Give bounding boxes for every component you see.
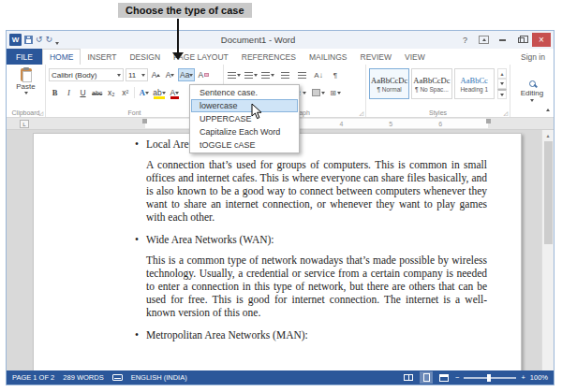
tab-insert[interactable]: INSERT <box>81 49 123 65</box>
tab-mailings[interactable]: MAILINGS <box>303 49 354 65</box>
document-area: • Local Area Networks (LAN): A connectio… <box>7 130 554 370</box>
clear-formatting-button[interactable]: A <box>197 68 210 81</box>
menu-item-uppercase[interactable]: UPPERCASE <box>191 112 298 125</box>
collapse-ribbon-icon[interactable] <box>546 98 550 115</box>
redo-icon[interactable]: ↻ <box>46 36 53 44</box>
bullet-icon: • <box>135 138 146 151</box>
list-item: • Local Area Networks (LAN): <box>135 138 487 151</box>
tab-selector[interactable]: L <box>20 120 29 128</box>
print-layout-button[interactable] <box>420 371 433 384</box>
help-icon[interactable]: ? <box>457 33 473 47</box>
paragraph-dialog-launcher-icon[interactable]: ◿ <box>359 110 363 116</box>
document-page[interactable]: • Local Area Networks (LAN): A connectio… <box>33 133 522 370</box>
doc-paragraph-lan[interactable]: A connection that’s used for groups of c… <box>146 158 487 224</box>
show-formatting-marks-button[interactable]: ¶ <box>328 68 343 81</box>
paste-label: Paste <box>16 82 35 91</box>
screenshot-root: W ↺ ↻ Document1 - Word ? × FILE HOME INS… <box>0 0 562 392</box>
ribbon-display-options-icon[interactable] <box>476 33 492 47</box>
decrease-indent-button[interactable] <box>277 68 292 81</box>
zoom-out-button[interactable]: − <box>455 373 459 382</box>
styles-group: AaBbCcDc ¶ Normal AaBbCcDc ¶ No Spac... … <box>366 65 510 117</box>
menu-item-lowercase[interactable]: lowercase <box>191 99 298 112</box>
customize-quick-access-icon[interactable] <box>55 32 59 49</box>
doc-heading-wan[interactable]: Wide Area Networks (WAN): <box>146 233 274 246</box>
scrollbar-thumb[interactable] <box>544 141 553 244</box>
tab-home[interactable]: HOME <box>42 49 81 65</box>
language-indicator[interactable]: ENGLISH (INDIA) <box>131 373 187 382</box>
text-highlight-button[interactable]: ab <box>152 86 166 99</box>
shading-button[interactable] <box>311 86 326 99</box>
tab-design[interactable]: DESIGN <box>123 49 167 65</box>
doc-paragraph-wan[interactable]: This is a common type of network nowaday… <box>146 254 487 319</box>
sort-button[interactable]: A↓ <box>311 68 326 81</box>
undo-icon[interactable]: ↺ <box>36 36 43 44</box>
font-name-select[interactable]: Calibri (Body) <box>49 68 124 81</box>
zoom-level[interactable]: 100% <box>530 373 548 382</box>
font-name-value: Calibri (Body) <box>52 71 96 80</box>
word-count[interactable]: 289 WORDS <box>63 373 103 382</box>
bullet-icon: • <box>135 233 146 246</box>
vertical-scrollbar[interactable]: ▴ <box>541 130 554 370</box>
save-icon[interactable] <box>24 36 33 44</box>
subscript-button[interactable]: x₂ <box>105 86 117 99</box>
tab-review[interactable]: REVIEW <box>354 49 399 65</box>
grow-font-button[interactable]: A <box>150 68 162 81</box>
minimize-button[interactable] <box>495 33 510 47</box>
keyboard-icon[interactable] <box>112 374 123 381</box>
font-size-select[interactable]: 11 <box>126 68 148 81</box>
eraser-icon <box>204 73 209 77</box>
italic-button[interactable]: I <box>63 86 75 99</box>
styles-group-label: Styles <box>366 109 510 116</box>
bold-button[interactable]: B <box>49 86 61 99</box>
tab-file[interactable]: FILE <box>7 49 42 65</box>
underline-button[interactable]: U <box>77 86 89 99</box>
paste-icon <box>21 68 32 81</box>
word-window: W ↺ ↻ Document1 - Word ? × FILE HOME INS… <box>6 30 555 385</box>
paste-button[interactable]: Paste <box>9 68 42 94</box>
page-indicator[interactable]: PAGE 1 OF 2 <box>12 373 54 382</box>
scroll-up-icon[interactable]: ▴ <box>542 130 554 138</box>
clipboard-dialog-launcher-icon[interactable]: ◿ <box>38 110 43 116</box>
list-item: • Wide Area Networks (WAN): <box>135 233 487 246</box>
styles-scroll-down-icon[interactable] <box>497 79 507 89</box>
shrink-font-button[interactable]: A <box>164 68 176 81</box>
read-mode-button[interactable] <box>402 371 415 384</box>
increase-indent-icon <box>298 72 306 79</box>
bullet-list-button[interactable] <box>227 68 242 81</box>
restore-button[interactable] <box>513 33 529 47</box>
list-item: • Metropolitan Area Networks (MAN): <box>135 328 487 341</box>
superscript-button[interactable]: x² <box>119 86 131 99</box>
zoom-slider[interactable] <box>464 377 516 379</box>
font-color-button[interactable]: A <box>169 86 181 99</box>
tab-references[interactable]: REFERENCES <box>235 49 303 65</box>
menu-item-capitalize-each-word[interactable]: Capitalize Each Word <box>191 125 298 138</box>
tab-view[interactable]: VIEW <box>398 49 432 65</box>
status-bar: PAGE 1 OF 2 289 WORDS ENGLISH (INDIA) − … <box>7 370 554 385</box>
style-heading-1[interactable]: AaBbCc Heading 1 <box>454 68 495 99</box>
change-case-button[interactable]: Aa <box>178 68 195 81</box>
sign-in-button[interactable]: Sign in <box>521 52 554 62</box>
close-button[interactable]: × <box>532 33 551 47</box>
doc-heading-man[interactable]: Metropolitan Area Networks (MAN): <box>146 328 308 341</box>
menu-item-sentence-case[interactable]: Sentence case. <box>191 86 298 99</box>
strikethrough-button[interactable]: abc <box>91 86 103 99</box>
callout-arrow-line <box>177 19 179 52</box>
web-layout-button[interactable] <box>437 371 451 384</box>
numbered-list-icon <box>244 72 253 79</box>
styles-more-icon[interactable] <box>497 89 507 99</box>
style-normal[interactable]: AaBbCcDc ¶ Normal <box>369 68 409 99</box>
styles-dialog-launcher-icon[interactable]: ◿ <box>503 110 508 116</box>
title-bar: W ↺ ↻ Document1 - Word ? × <box>7 31 554 49</box>
callout-arrowhead-icon <box>172 52 184 60</box>
increase-indent-button[interactable] <box>294 68 309 81</box>
style-no-spacing[interactable]: AaBbCcDc ¶ No Spac... <box>411 68 451 99</box>
styles-scroll-up-icon[interactable]: ▴ <box>497 68 507 79</box>
menu-item-toggle-case[interactable]: tOGGLE cASE <box>191 138 298 152</box>
borders-button[interactable]: ⊞ <box>328 86 343 99</box>
multilevel-list-button[interactable] <box>260 68 275 81</box>
editing-button[interactable]: Editing <box>513 66 551 115</box>
numbered-list-button[interactable] <box>244 68 259 81</box>
zoom-slider-thumb[interactable] <box>487 374 491 382</box>
text-effects-button[interactable]: A <box>138 86 150 99</box>
zoom-in-button[interactable]: + <box>521 373 525 382</box>
